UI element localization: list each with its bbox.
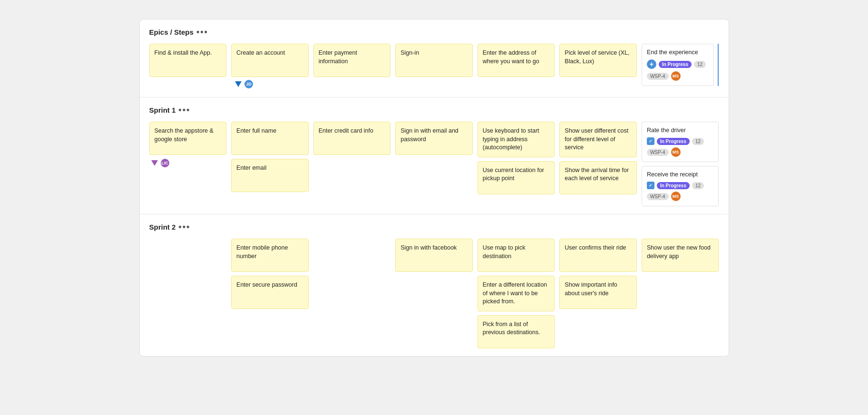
col-address: Enter the address of where you want to g… [478,44,555,77]
board: Epics / Steps ••• Find & install the App… [139,19,729,357]
card-service-level[interactable]: Pick level of service (XL, Black, Lux) [559,44,637,77]
card-end-experience[interactable]: End the experience + In Progress 12 WSP-… [642,44,714,86]
col-confirms-info: User confirms their ride Show important … [559,239,637,309]
card-appstore[interactable]: Search the appstore & google store [149,122,227,155]
col-autocomplete: Use keyboard to start typing in address … [478,122,555,194]
card-previous-destinations[interactable]: Pick from a list of previous destination… [478,315,555,348]
sprint1-menu[interactable]: ••• [178,105,190,115]
tag-wsp-1: WSP-4 [647,149,669,156]
card-credit-card[interactable]: Enter credit card info [313,122,391,155]
card-cost-service[interactable]: Show user different cost for different l… [559,122,637,157]
card-rate-driver[interactable]: Rate the driver ✓ In Progress 12 WSP-4 M… [642,122,719,162]
card-phone[interactable]: Enter mobile phone number [231,239,309,272]
check-icon: ✓ [647,137,654,145]
col-find-install: Find & install the App. [149,44,227,77]
avatar-ms-1: MS [671,147,681,157]
card-signin[interactable]: Sign-in [395,44,473,77]
card-receive-receipt-tags: ✓ In Progress 12 WSP-4 MS [647,182,714,201]
sprint1-title: Sprint 1 [149,106,176,114]
col-signin: Sign-in [395,44,473,77]
tag-wsp-2: WSP-4 [647,193,669,200]
col-end-experience: End the experience + In Progress 12 WSP-… [642,44,719,86]
card-facebook[interactable]: Sign in with facebook [395,239,473,272]
card-food-delivery[interactable]: Show user the new food delivery app [642,239,719,272]
col-cost-service: Show user different cost for different l… [559,122,637,194]
cursor-purple-icon [151,160,158,166]
check-icon-2: ✓ [647,182,654,189]
card-signin-email[interactable]: Sign in with email and password [395,122,473,155]
sprint1-section: Sprint 1 ••• Search the appstore & googl… [140,97,729,214]
card-address[interactable]: Enter the address of where you want to g… [478,44,555,77]
card-email[interactable]: Enter email [231,159,309,192]
epics-title: Epics / Steps [149,28,194,36]
avatar-ms: MS [671,71,681,81]
tag-number-2: 12 [692,182,704,189]
tag-number: 12 [694,61,706,68]
col-create-account: Create an account JD [231,44,309,89]
sprint2-menu[interactable]: ••• [178,222,190,232]
sprint1-header: Sprint 1 ••• [149,105,719,115]
cursor-blue-icon [235,81,242,87]
col-facebook: Sign in with facebook [395,239,473,272]
card-different-location[interactable]: Enter a different location of where I wa… [478,276,555,311]
status-in-progress-2: In Progress [657,182,690,189]
card-end-experience-title: End the experience [647,49,709,56]
card-payment[interactable]: Enter payment information [313,44,391,77]
tag-wsp: WSP-4 [647,73,669,80]
sprint2-title: Sprint 2 [149,223,176,231]
col-map-location: Use map to pick destination Enter a diff… [478,239,555,348]
card-receive-receipt[interactable]: Receive the receipt ✓ In Progress 12 WSP… [642,166,719,206]
card-map[interactable]: Use map to pick destination [478,239,555,272]
card-rate-driver-tags: ✓ In Progress 12 WSP-4 MS [647,137,714,157]
user-jd-avatar: JD [244,79,254,89]
sprint2-columns: Enter mobile phone number Enter secure p… [149,239,719,348]
epics-menu[interactable]: ••• [196,27,208,37]
card-arrival-time[interactable]: Show the arrival time for each level of … [559,161,637,194]
col-signin-email: Sign in with email and password [395,122,473,155]
plus-button[interactable]: + [647,59,656,69]
epics-section: Epics / Steps ••• Find & install the App… [140,19,729,97]
card-find-install[interactable]: Find & install the App. [149,44,227,77]
card-confirms-ride[interactable]: User confirms their ride [559,239,637,272]
card-current-location[interactable]: Use current location for pickup point [478,161,555,194]
col-appstore: Search the appstore & google store LIC [149,122,227,168]
card-autocomplete[interactable]: Use keyboard to start typing in address … [478,122,555,157]
avatar-ms-2: MS [671,192,681,201]
card-create-account[interactable]: Create an account [231,44,309,77]
col-food-delivery: Show user the new food delivery app [642,239,719,272]
epics-header: Epics / Steps ••• [149,27,719,37]
col-phone-password: Enter mobile phone number Enter secure p… [231,239,309,309]
tag-number-1: 12 [692,138,704,145]
card-receive-receipt-title: Receive the receipt [647,171,714,178]
col-credit-card: Enter credit card info [313,122,391,155]
col-service-level: Pick level of service (XL, Black, Lux) [559,44,637,77]
card-full-name[interactable]: Enter full name [231,122,309,155]
card-end-experience-tags: + In Progress 12 WSP-4 MS [647,59,709,81]
sprint2-section: Sprint 2 ••• Enter mobile phone number E… [140,214,729,356]
card-important-info[interactable]: Show important info about user's ride [559,276,637,309]
status-in-progress: In Progress [659,61,692,68]
col-payment: Enter payment information [313,44,391,77]
card-password[interactable]: Enter secure password [231,276,309,309]
col-rate-receive: Rate the driver ✓ In Progress 12 WSP-4 M… [642,122,719,206]
col-account-info: Enter full name Enter email [231,122,309,192]
sprint2-header: Sprint 2 ••• [149,222,719,232]
status-in-progress-1: In Progress [657,138,690,145]
sprint1-columns: Search the appstore & google store LIC E… [149,122,719,206]
card-rate-driver-title: Rate the driver [647,127,714,134]
user-lic-avatar: LIC [160,158,170,168]
epics-columns: Find & install the App. Create an accoun… [149,44,719,89]
